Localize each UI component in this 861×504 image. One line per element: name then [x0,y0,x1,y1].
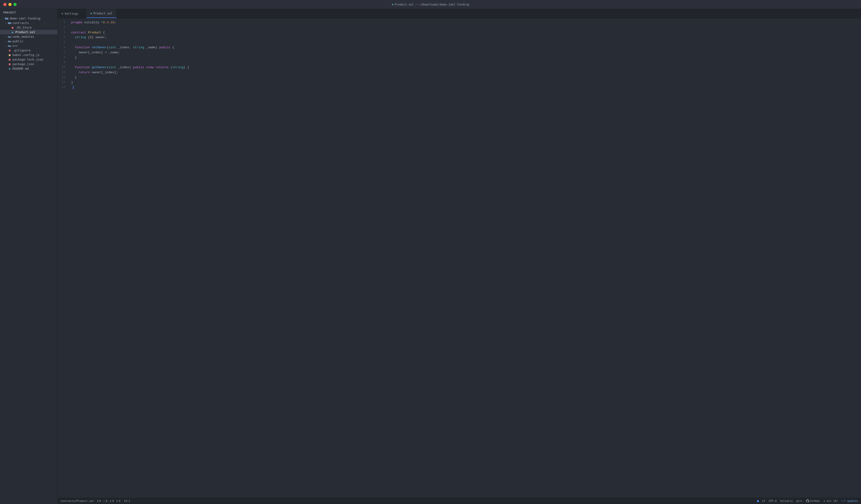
line-number-6: 6 [58,45,69,50]
warning-icon: ⚠ [103,500,105,503]
tabs-container: ⚙Settings◆Product.sol [58,9,117,18]
line-content-13[interactable]: } [69,80,861,85]
sidebar-item-contracts[interactable]: contracts [0,21,57,25]
updates-icon: ↑ [841,500,843,503]
line-number-5: 5 [58,40,69,45]
tree-label-node_modules: node_modules [13,35,34,38]
code-line-13: 13} [58,80,861,85]
sidebar-item-public[interactable]: public [0,39,57,43]
code-line-11: 11 return owner[_index]; [58,70,861,75]
file-icon-babel.config.js: ■ [8,53,12,57]
tree-label-DS_Store: .DS_Store [15,26,32,29]
sidebar-item-.gitignore[interactable]: ●.gitignore [0,48,57,53]
line-number-9: 9 [58,60,69,65]
line-number-1: 1 [58,20,69,25]
git-icon [823,500,826,503]
sidebar-item-DS_Store[interactable]: ■.DS_Store [0,25,57,30]
line-content-10[interactable]: function getOwner(uint _index) public vi… [69,65,861,70]
code-line-9: 9 [58,60,861,65]
tree-arrow-contracts [4,22,8,24]
line-number-10: 10 [58,65,69,70]
line-content-9[interactable] [69,60,861,65]
tree-label-package-lock.json: package-lock.json [13,58,43,61]
file-path: contracts/Product.sol [60,500,94,503]
sidebar-header: Project [0,9,57,16]
line-content-11[interactable]: return owner[_index]; [69,70,861,75]
tree-arrow-src [4,45,8,47]
code-line-4: 4 string [8] owner; [58,35,861,40]
line-content-8[interactable]: } [69,55,861,60]
line-content-6[interactable]: function setOwner(uint _index, string _n… [69,45,861,50]
tree-label-babel.config.js: babel.config.js [13,53,40,57]
line-number-2: 2 [58,25,69,30]
file-icon-src [8,44,12,47]
line-content-5[interactable] [69,40,861,45]
editor-area: 1pragma solidity ^0.4.18;2 3contract Pro… [58,18,861,498]
code-line-10: 10 function getOwner(uint _index) public… [58,65,861,70]
sidebar-item-Product.sol[interactable]: ◆Product.sol [0,30,57,35]
line-number-12: 12 [58,75,69,80]
updates[interactable]: ↑ 7 updates [841,500,858,503]
sidebar-item-README.md[interactable]: ◆README.md [0,66,57,71]
sidebar-item-babel.config.js[interactable]: ■babel.config.js [0,53,57,57]
code-line-5: 5 [58,40,861,45]
language[interactable]: Solidity [780,500,793,503]
tab-settings[interactable]: ⚙Settings [58,9,86,18]
svg-point-0 [824,501,825,501]
main-layout: Project demo-idol-fundingcontracts■.DS_S… [0,9,861,504]
line-content-7[interactable]: owner[_index] = _name; [69,50,861,55]
code-line-8: 8 } [58,55,861,60]
tab-label-settings: Settings [65,12,79,15]
editor-content[interactable]: 1pragma solidity ^0.4.18;2 3contract Pro… [58,18,861,498]
code-line-3: 3contract Product { [58,30,861,35]
line-content-14[interactable] [69,85,861,90]
tree-label-public: public [13,39,23,43]
minimize-button[interactable] [9,3,12,6]
tree-arrow-demo-idol-funding [1,17,5,20]
line-content-4[interactable]: string [8] owner; [69,35,861,40]
line-content-1[interactable]: pragma solidity ^0.4.18; [69,20,861,25]
error-icon: ℹ [97,500,98,503]
line-content-3[interactable]: contract Product { [69,30,861,35]
title-file-icon: ◆ [392,3,394,6]
github-icon [806,500,809,503]
sidebar-item-node_modules[interactable]: node_modules [0,35,57,39]
code-line-12: 12 } [58,75,861,80]
line-content-12[interactable]: } [69,75,861,80]
line-number-4: 4 [58,35,69,40]
file-icon-node_modules [8,35,12,38]
window-title: ◆ Product.sol — ~/Downloads/demo-idol-fu… [392,3,469,6]
file-icon-DS_Store: ■ [11,26,14,29]
close-button[interactable] [3,3,6,6]
line-number-14: 14 [58,85,69,90]
file-tree: demo-idol-fundingcontracts■.DS_Store◆Pro… [0,16,57,71]
sidebar-item-src[interactable]: src [0,43,57,48]
tree-label-contracts: contracts [13,21,29,25]
line-content-2[interactable] [69,25,861,30]
charset[interactable]: UTF-8 [769,500,777,503]
sidebar-item-package-lock.json[interactable]: ■package-lock.json [0,57,57,62]
file-icon-package-lock.json: ■ [8,58,12,61]
line-number-7: 7 [58,50,69,55]
tree-arrow-public [4,40,8,42]
file-icon-.gitignore: ● [8,49,12,52]
hint-icon: ⊙ [116,500,118,503]
tree-arrow-node_modules [4,36,8,38]
line-number-13: 13 [58,80,69,85]
sidebar-item-package.json[interactable]: ■package.json [0,62,57,66]
line-ending[interactable]: LF [762,500,765,503]
info-icon2: ⊙ [110,500,111,503]
maximize-button[interactable] [13,3,17,6]
file-icon-Product.sol: ◆ [11,30,14,34]
file-icon-package.json: ■ [8,63,12,66]
sidebar-item-demo-idol-funding[interactable]: demo-idol-funding [0,16,57,21]
tree-label-package.json: package.json [13,62,34,66]
traffic-lights [3,3,17,6]
tree-label-Product.sol: Product.sol [15,30,35,34]
code-line-14: 14 [58,85,861,90]
git-plus[interactable]: git+ [796,500,803,503]
code-line-1: 1pragma solidity ^0.4.18; [58,20,861,25]
file-icon-README.md: ◆ [8,67,12,70]
tab-product-sol[interactable]: ◆Product.sol [86,9,117,18]
github-icon-text: GitHub [806,500,820,503]
